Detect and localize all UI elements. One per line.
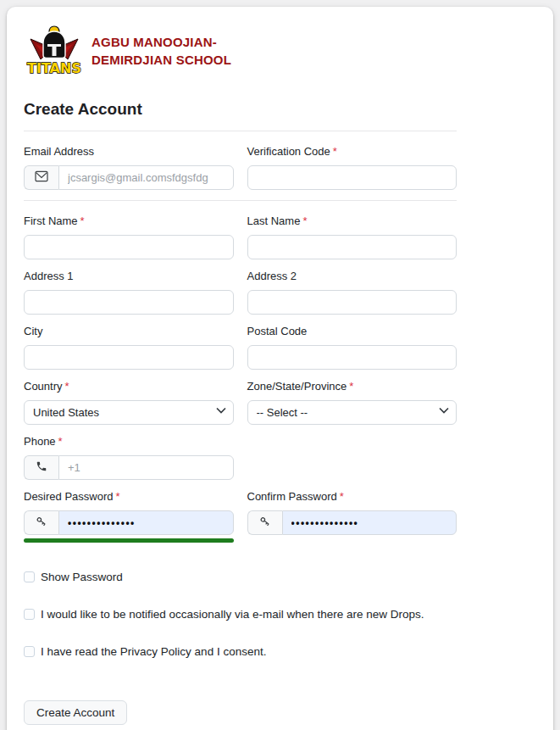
- privacy-consent-label: I have read the Privacy Policy and I con…: [41, 645, 266, 658]
- required-marker: *: [340, 490, 344, 503]
- country-select[interactable]: United States: [24, 400, 234, 425]
- verification-label: Verification Code*: [247, 145, 457, 158]
- address1-field-group: Address 1: [24, 270, 234, 315]
- show-password-row: Show Password: [24, 571, 457, 583]
- zone-label: Zone/State/Province*: [247, 380, 457, 393]
- create-account-button[interactable]: Create Account: [24, 700, 127, 725]
- last-name-input[interactable]: [247, 235, 457, 259]
- last-name-label: Last Name*: [247, 215, 457, 227]
- country-label: Country*: [24, 380, 234, 393]
- password-label: Desired Password*: [24, 490, 234, 503]
- last-name-field-group: Last Name*: [247, 215, 457, 259]
- password-input[interactable]: [58, 510, 234, 535]
- password-addon: [24, 510, 58, 535]
- notify-row: I would like to be notified occasionally…: [24, 608, 457, 621]
- title-divider: [24, 131, 457, 131]
- postal-code-label: Postal Code: [247, 325, 457, 337]
- page-title: Create Account: [24, 100, 536, 119]
- email-label: Email Address: [24, 145, 234, 158]
- zone-field-group: Zone/State/Province* -- Select --: [247, 380, 457, 425]
- school-name: AGBU MANOOJIAN- DEMIRDJIAN SCHOOL: [91, 33, 231, 69]
- country-field-group: Country* United States: [24, 380, 234, 425]
- confirm-password-field-group: Confirm Password*: [247, 490, 457, 543]
- phone-input[interactable]: [58, 455, 234, 480]
- first-name-input[interactable]: [24, 235, 234, 259]
- key-icon: [35, 515, 48, 532]
- verification-field-group: Verification Code*: [247, 145, 457, 190]
- key-icon: [258, 515, 272, 532]
- required-marker: *: [80, 215, 85, 227]
- phone-icon: [36, 460, 47, 476]
- password-field-group: Desired Password*: [24, 490, 234, 543]
- required-marker: *: [302, 215, 307, 227]
- school-name-line1: AGBU MANOOJIAN-: [91, 33, 231, 51]
- postal-code-field-group: Postal Code: [247, 325, 457, 370]
- required-marker: *: [333, 145, 337, 158]
- city-label: City: [24, 325, 234, 337]
- email-addon: [24, 165, 58, 190]
- email-input[interactable]: [58, 165, 234, 190]
- school-name-line2: DEMIRDJIAN SCHOOL: [91, 51, 231, 69]
- create-account-card: TITANS AGBU MANOOJIAN- DEMIRDJIAN SCHOOL…: [7, 7, 553, 730]
- city-field-group: City: [24, 325, 234, 370]
- zone-select[interactable]: -- Select --: [247, 400, 457, 425]
- privacy-consent-row: I have read the Privacy Policy and I con…: [24, 645, 457, 658]
- section-divider: [24, 200, 457, 201]
- password-strength-bar: [24, 538, 234, 543]
- required-marker: *: [349, 380, 353, 393]
- first-name-label: First Name*: [24, 215, 234, 227]
- first-name-field-group: First Name*: [24, 215, 234, 259]
- verification-code-input[interactable]: [247, 165, 457, 190]
- address1-input[interactable]: [24, 290, 234, 315]
- envelope-icon: [35, 170, 48, 186]
- privacy-policy-link[interactable]: Privacy Policy: [120, 645, 191, 658]
- privacy-consent-checkbox[interactable]: [24, 646, 35, 657]
- show-password-label: Show Password: [41, 571, 123, 583]
- address1-label: Address 1: [24, 270, 234, 282]
- required-marker: *: [58, 435, 63, 448]
- titans-logo: TITANS: [24, 25, 85, 76]
- required-marker: *: [116, 490, 120, 503]
- confirm-password-input[interactable]: [282, 510, 457, 535]
- notify-checkbox[interactable]: [24, 609, 35, 620]
- address2-field-group: Address 2: [247, 270, 457, 315]
- phone-label: Phone*: [24, 435, 234, 448]
- phone-addon: [24, 455, 58, 480]
- svg-text:TITANS: TITANS: [27, 60, 81, 76]
- confirm-password-label: Confirm Password*: [247, 490, 457, 503]
- confirm-password-addon: [247, 510, 282, 535]
- phone-field-group: Phone*: [24, 435, 234, 480]
- show-password-checkbox[interactable]: [24, 571, 35, 582]
- email-field-group: Email Address: [24, 145, 234, 190]
- brand-header: TITANS AGBU MANOOJIAN- DEMIRDJIAN SCHOOL: [24, 25, 536, 76]
- address2-input[interactable]: [247, 290, 457, 315]
- required-marker: *: [65, 380, 69, 393]
- create-account-form: Email Address Verification Code*: [24, 131, 457, 725]
- notify-label: I would like to be notified occasionally…: [41, 608, 424, 621]
- city-input[interactable]: [24, 345, 234, 370]
- postal-code-input[interactable]: [247, 345, 457, 370]
- address2-label: Address 2: [247, 270, 457, 282]
